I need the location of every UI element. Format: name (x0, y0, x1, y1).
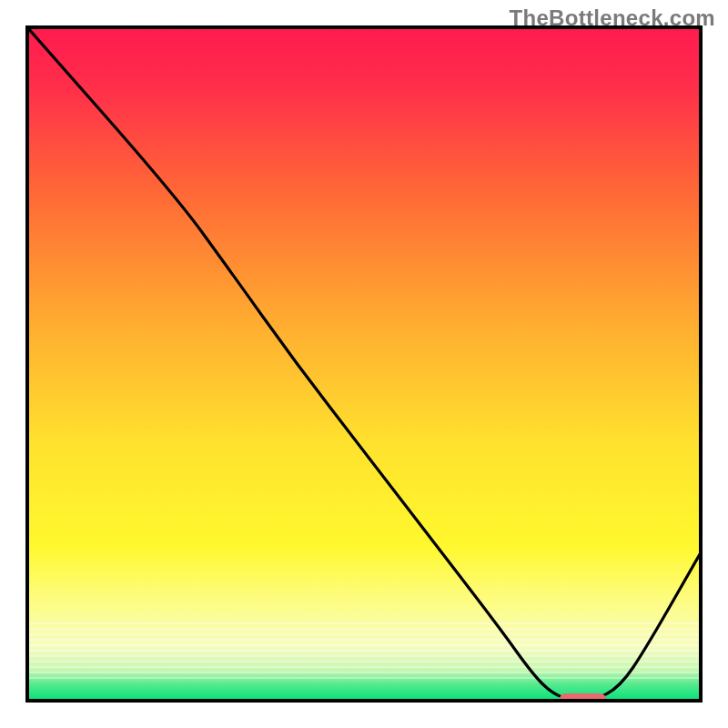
svg-rect-6 (27, 650, 701, 652)
chart-container: TheBottleneck.com (0, 0, 728, 728)
plot-area (27, 27, 701, 706)
watermark-text: TheBottleneck.com (510, 5, 715, 31)
svg-rect-3 (27, 633, 701, 635)
svg-rect-10 (27, 672, 701, 673)
svg-rect-11 (27, 677, 701, 679)
svg-rect-2 (27, 628, 701, 630)
svg-rect-4 (27, 639, 701, 641)
svg-rect-9 (27, 666, 701, 668)
gradient-background (27, 27, 701, 701)
svg-rect-8 (27, 661, 701, 662)
chart-svg (0, 0, 728, 728)
svg-rect-7 (27, 655, 701, 657)
svg-rect-1 (27, 622, 701, 624)
svg-rect-5 (27, 644, 701, 646)
